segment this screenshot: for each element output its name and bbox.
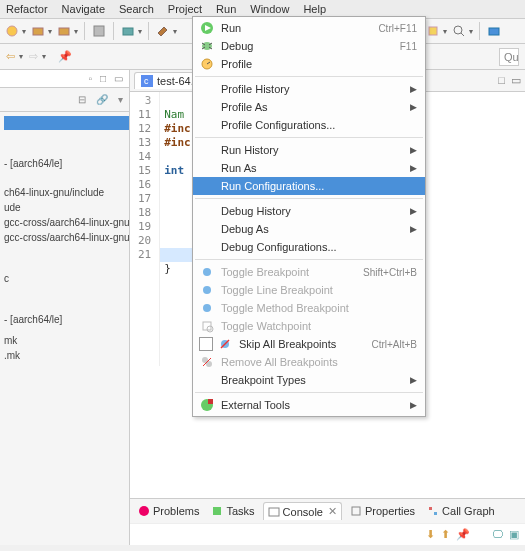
tree-row[interactable]: - [aarch64/le]	[4, 312, 129, 327]
svg-rect-9	[489, 28, 499, 35]
menu-item-external-tools[interactable]: External Tools▶	[193, 396, 425, 414]
save-icon[interactable]	[91, 23, 107, 39]
menu-item-run-configurations[interactable]: Run Configurations...	[193, 177, 425, 195]
rm-icon	[199, 354, 215, 370]
link-icon[interactable]: 🔗	[96, 94, 108, 105]
scroll-up-icon[interactable]: ⬆	[441, 528, 450, 541]
new-icon[interactable]	[4, 23, 20, 39]
menu-item-label: Debug As	[221, 223, 404, 235]
folder-icon[interactable]	[30, 23, 46, 39]
svg-rect-13	[213, 507, 221, 515]
menu-item-run-history[interactable]: Run History▶	[193, 141, 425, 159]
dropdown-icon[interactable]: ▾	[173, 27, 177, 36]
menu-item-profile-as[interactable]: Profile As▶	[193, 98, 425, 116]
svg-line-8	[461, 33, 464, 36]
pin-console-icon[interactable]: 📌	[456, 528, 470, 541]
collapse-icon[interactable]: ⊟	[78, 94, 86, 105]
tree-row[interactable]: c	[4, 271, 129, 286]
tree-row[interactable]: - [aarch64/le]	[4, 156, 129, 171]
svg-rect-3	[94, 26, 104, 36]
menu-item-debug-configurations[interactable]: Debug Configurations...	[193, 238, 425, 256]
menu-item-profile[interactable]: Profile	[193, 55, 425, 73]
menu-item-debug[interactable]: DebugF11	[193, 37, 425, 55]
menu-item-run-as[interactable]: Run As▶	[193, 159, 425, 177]
c-file-icon: c	[141, 75, 153, 87]
menu-item-skip-all-breakpoints[interactable]: Skip All BreakpointsCtrl+Alt+B	[193, 335, 425, 353]
tab-properties[interactable]: Properties	[346, 503, 419, 519]
svg-point-29	[203, 304, 211, 312]
menu-refactor[interactable]: Refactor	[6, 3, 48, 15]
terminal-icon[interactable]: ▣	[509, 528, 519, 541]
menu-window[interactable]: Window	[250, 3, 289, 15]
tree-row[interactable]: gcc-cross/aarch64-linux-gnu	[4, 215, 129, 230]
pin-icon[interactable]: 📌	[58, 50, 72, 63]
menu-item-label: Debug	[221, 40, 400, 52]
blank-icon	[199, 203, 215, 219]
maximize-icon[interactable]: ▭	[114, 73, 123, 84]
menu-run[interactable]: Run	[216, 3, 236, 15]
dropdown-icon[interactable]: ▾	[443, 27, 447, 36]
blank-icon	[199, 160, 215, 176]
menu-item-profile-history[interactable]: Profile History▶	[193, 80, 425, 98]
tab-callgraph[interactable]: Call Graph	[423, 503, 499, 519]
tab-problems[interactable]: Problems	[134, 503, 203, 519]
tree-selected-item[interactable]	[4, 116, 129, 130]
view-menu-icon[interactable]: ▫	[88, 73, 92, 84]
minimize-icon[interactable]: □	[100, 73, 106, 84]
svg-point-20	[202, 42, 212, 50]
back-icon[interactable]: ⇦	[6, 50, 15, 63]
tab-tasks[interactable]: Tasks	[207, 503, 258, 519]
dropdown-icon[interactable]: ▾	[469, 27, 473, 36]
brush-icon[interactable]	[425, 23, 441, 39]
menu-item-label: Run	[221, 22, 378, 34]
menu-item-label: Toggle Method Breakpoint	[221, 302, 417, 314]
quick-access-input[interactable]: Qu	[499, 48, 519, 66]
dropdown-icon[interactable]: ▾	[42, 52, 46, 61]
minimize-icon[interactable]: □	[498, 74, 505, 87]
hammer-icon[interactable]	[155, 23, 171, 39]
dropdown-icon[interactable]: ▾	[19, 52, 23, 61]
menu-item-debug-history[interactable]: Debug History▶	[193, 202, 425, 220]
tree-row[interactable]: ude	[4, 200, 129, 215]
menu-navigate[interactable]: Navigate	[62, 3, 105, 15]
tree-row[interactable]: gcc-cross/aarch64-linux-gnu	[4, 230, 129, 245]
close-icon[interactable]: ✕	[328, 505, 337, 518]
menu-project[interactable]: Project	[168, 3, 202, 15]
forward-icon[interactable]: ⇨	[29, 50, 38, 63]
tab-console[interactable]: Console ✕	[263, 502, 342, 520]
search-icon[interactable]	[451, 23, 467, 39]
folder3-icon[interactable]	[486, 23, 502, 39]
menu-help[interactable]: Help	[303, 3, 326, 15]
viewmenu2-icon[interactable]: ▾	[118, 94, 123, 105]
submenu-arrow-icon: ▶	[410, 375, 417, 385]
scroll-down-icon[interactable]: ⬇	[426, 528, 435, 541]
submenu-arrow-icon: ▶	[410, 145, 417, 155]
svg-point-27	[203, 268, 211, 276]
display-icon[interactable]: 🖵	[492, 528, 503, 541]
menu-item-breakpoint-types[interactable]: Breakpoint Types▶	[193, 371, 425, 389]
menu-item-label: Profile As	[221, 101, 404, 113]
menu-item-label: Profile Configurations...	[221, 119, 417, 131]
menu-item-debug-as[interactable]: Debug As▶	[193, 220, 425, 238]
svg-rect-15	[352, 507, 360, 515]
svg-rect-17	[434, 512, 437, 515]
dropdown-icon[interactable]: ▾	[22, 27, 26, 36]
tree-row[interactable]: mk	[4, 333, 129, 348]
menu-separator	[195, 76, 423, 77]
dropdown-icon[interactable]: ▾	[48, 27, 52, 36]
menu-item-profile-configurations[interactable]: Profile Configurations...	[193, 116, 425, 134]
tree-row[interactable]: ch64-linux-gnu/include	[4, 185, 129, 200]
camera-icon[interactable]	[120, 23, 136, 39]
folder2-icon[interactable]	[56, 23, 72, 39]
menu-search[interactable]: Search	[119, 3, 154, 15]
dropdown-icon[interactable]: ▾	[138, 27, 142, 36]
tree-row[interactable]: .mk	[4, 348, 129, 363]
tasks-icon	[211, 505, 223, 517]
menu-item-toggle-line-breakpoint: Toggle Line Breakpoint	[193, 281, 425, 299]
menu-item-toggle-watchpoint: Toggle Watchpoint	[193, 317, 425, 335]
maximize-icon[interactable]: ▭	[511, 74, 521, 87]
menu-item-run[interactable]: RunCtrl+F11	[193, 19, 425, 37]
menu-item-accel: Ctrl+Alt+B	[371, 339, 417, 350]
dropdown-icon[interactable]: ▾	[74, 27, 78, 36]
blank-icon	[199, 221, 215, 237]
